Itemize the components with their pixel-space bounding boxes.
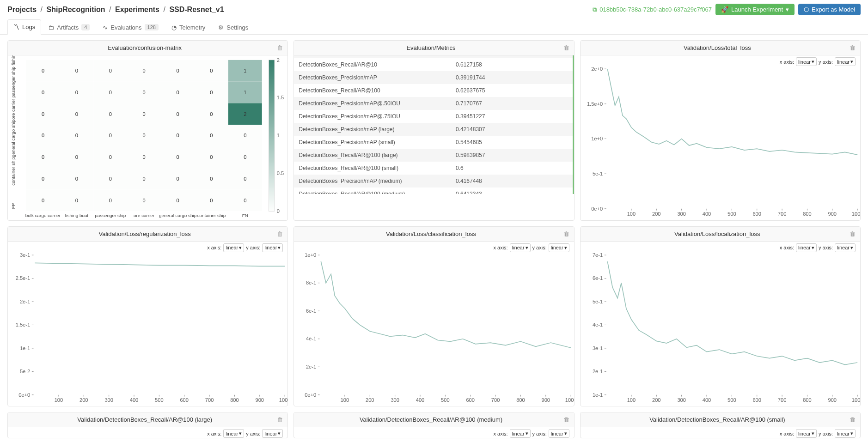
svg-text:0: 0 bbox=[210, 176, 213, 182]
svg-text:0: 0 bbox=[244, 133, 246, 138]
svg-text:0: 0 bbox=[176, 176, 179, 182]
svg-text:4e-1: 4e-1 bbox=[306, 336, 316, 341]
svg-text:300: 300 bbox=[391, 397, 400, 402]
export-label: Export as Model bbox=[812, 6, 855, 13]
breadcrumb-projects[interactable]: Projects bbox=[7, 6, 37, 13]
svg-text:0: 0 bbox=[176, 154, 179, 160]
x-axis-select[interactable]: linear ▾ bbox=[796, 243, 817, 252]
commit-id[interactable]: ⧉ 018bb50c-738a-72b0-abc0-637a29c7f067 bbox=[593, 6, 712, 13]
y-axis-label: y axis: bbox=[532, 245, 547, 250]
svg-text:0: 0 bbox=[143, 133, 146, 138]
svg-text:0: 0 bbox=[75, 90, 78, 95]
svg-text:400: 400 bbox=[702, 397, 711, 402]
metric-name: DetectionBoxes_Recall/AR@100 (small) bbox=[299, 165, 456, 171]
delete-card-button[interactable]: 🗑 bbox=[277, 416, 283, 423]
svg-text:0: 0 bbox=[109, 68, 112, 73]
tab-bar: 〽 Logs 🗀 Artifacts 4 ∿ Evaluations 128 ◔… bbox=[0, 19, 868, 35]
y-axis-select[interactable]: linear ▾ bbox=[835, 243, 856, 252]
x-axis-select[interactable]: linear ▾ bbox=[223, 429, 244, 438]
svg-text:2.5e-1: 2.5e-1 bbox=[16, 275, 31, 281]
metric-row: DetectionBoxes_Recall/AR@1000.62637675 bbox=[294, 84, 572, 97]
svg-text:1000: 1000 bbox=[851, 211, 860, 217]
delete-card-button[interactable]: 🗑 bbox=[563, 230, 569, 237]
metric-row: DetectionBoxes_Recall/AR@100 (medium)0.6… bbox=[294, 188, 572, 194]
y-axis-select[interactable]: linear ▾ bbox=[835, 429, 856, 438]
chevron-down-icon: ▾ bbox=[850, 59, 853, 65]
chevron-down-icon: ▾ bbox=[278, 245, 281, 251]
svg-text:400: 400 bbox=[130, 397, 139, 402]
delete-card-button[interactable]: 🗑 bbox=[850, 44, 856, 51]
svg-text:0e+0: 0e+0 bbox=[305, 392, 316, 397]
metrics-table[interactable]: DetectionBoxes_Recall/AR@10.4620714Detec… bbox=[294, 55, 572, 194]
svg-text:5e-1: 5e-1 bbox=[593, 171, 603, 176]
pulse-icon: ∿ bbox=[103, 24, 108, 31]
delete-card-button[interactable]: 🗑 bbox=[277, 230, 283, 237]
y-axis-select[interactable]: linear ▾ bbox=[549, 243, 569, 252]
svg-text:2: 2 bbox=[244, 111, 246, 117]
svg-rect-107 bbox=[269, 60, 275, 211]
chevron-down-icon: ▾ bbox=[239, 430, 242, 436]
x-axis-select[interactable]: linear ▾ bbox=[510, 429, 531, 438]
svg-text:6e-1: 6e-1 bbox=[306, 308, 316, 313]
tab-telemetry[interactable]: ◔ Telemetry bbox=[165, 19, 211, 35]
x-axis-select[interactable]: linear ▾ bbox=[796, 429, 817, 438]
tab-settings[interactable]: ⚙ Settings bbox=[212, 19, 254, 35]
x-axis-label: x axis: bbox=[207, 431, 221, 436]
y-axis-label: y axis: bbox=[246, 245, 260, 250]
delete-card-button[interactable]: 🗑 bbox=[850, 230, 856, 237]
metric-row: DetectionBoxes_Recall/AR@100 (small)0.6 bbox=[294, 162, 572, 175]
card-title: Validation/Loss/regularization_loss bbox=[12, 230, 277, 237]
card-title: Validation/Loss/classification_loss bbox=[299, 230, 563, 237]
svg-text:900: 900 bbox=[542, 397, 550, 402]
svg-text:1.5e+0: 1.5e+0 bbox=[587, 101, 603, 107]
svg-text:0: 0 bbox=[109, 176, 112, 182]
card-loss-total: Validation/Loss/total_loss 🗑 x axis: lin… bbox=[580, 40, 861, 221]
breadcrumb: Projects / ShipRecognition / Experiments… bbox=[7, 6, 224, 14]
svg-text:900: 900 bbox=[828, 397, 837, 402]
svg-text:2e-1: 2e-1 bbox=[20, 298, 30, 304]
metric-row: DetectionBoxes_Recall/AR@100 (large)0.59… bbox=[294, 149, 572, 162]
chevron-down-icon: ▾ bbox=[526, 430, 528, 436]
breadcrumb-experiments[interactable]: Experiments bbox=[115, 6, 159, 13]
delete-card-button[interactable]: 🗑 bbox=[850, 416, 856, 423]
svg-text:200: 200 bbox=[652, 211, 661, 217]
x-axis-select[interactable]: linear ▾ bbox=[223, 243, 244, 252]
svg-text:0: 0 bbox=[42, 198, 44, 203]
svg-text:2e-1: 2e-1 bbox=[306, 364, 316, 369]
svg-text:600: 600 bbox=[752, 211, 761, 217]
svg-text:0: 0 bbox=[109, 154, 112, 160]
svg-text:0: 0 bbox=[244, 154, 246, 160]
card-loss-class: Validation/Loss/classification_loss 🗑 x … bbox=[293, 226, 574, 407]
breadcrumb-project[interactable]: ShipRecognition bbox=[47, 6, 105, 13]
metric-name: DetectionBoxes_Precision/mAP bbox=[299, 74, 456, 81]
delete-card-button[interactable]: 🗑 bbox=[563, 416, 569, 423]
y-axis-select[interactable]: linear ▾ bbox=[262, 243, 283, 252]
svg-text:0: 0 bbox=[42, 90, 44, 95]
metric-value: 0.6127158 bbox=[456, 61, 568, 68]
launch-experiment-button[interactable]: 🚀 Launch Experiment ▾ bbox=[715, 4, 795, 15]
y-axis-select[interactable]: linear ▾ bbox=[262, 429, 283, 438]
x-axis-select[interactable]: linear ▾ bbox=[796, 57, 817, 66]
svg-text:bulk cargo carrier: bulk cargo carrier bbox=[25, 213, 61, 218]
card-title: Validation/DetectionBoxes_Recall/AR@100 … bbox=[585, 416, 850, 423]
delete-card-button[interactable]: 🗑 bbox=[277, 44, 283, 51]
y-axis-select[interactable]: linear ▾ bbox=[549, 429, 569, 438]
tab-logs[interactable]: 〽 Logs bbox=[7, 19, 41, 35]
card-recall-large: Validation/DetectionBoxes_Recall/AR@100 … bbox=[7, 412, 288, 438]
svg-text:0: 0 bbox=[109, 111, 112, 117]
export-model-button[interactable]: ⬡ Export as Model bbox=[798, 4, 861, 15]
tab-telemetry-label: Telemetry bbox=[179, 24, 205, 31]
evaluations-count-badge: 128 bbox=[145, 24, 159, 30]
page-header: Projects / ShipRecognition / Experiments… bbox=[0, 0, 868, 19]
svg-text:0: 0 bbox=[143, 176, 146, 182]
tab-evaluations[interactable]: ∿ Evaluations 128 bbox=[97, 19, 165, 35]
tab-artifacts[interactable]: 🗀 Artifacts 4 bbox=[42, 19, 96, 35]
x-axis-select[interactable]: linear ▾ bbox=[510, 243, 531, 252]
svg-text:0: 0 bbox=[277, 208, 280, 214]
chevron-down-icon: ▾ bbox=[564, 245, 567, 251]
svg-text:800: 800 bbox=[803, 211, 812, 217]
svg-text:200: 200 bbox=[652, 397, 661, 402]
card-loss-reg: Validation/Loss/regularization_loss 🗑 x … bbox=[7, 226, 288, 407]
y-axis-select[interactable]: linear ▾ bbox=[835, 57, 856, 66]
delete-card-button[interactable]: 🗑 bbox=[563, 44, 569, 51]
